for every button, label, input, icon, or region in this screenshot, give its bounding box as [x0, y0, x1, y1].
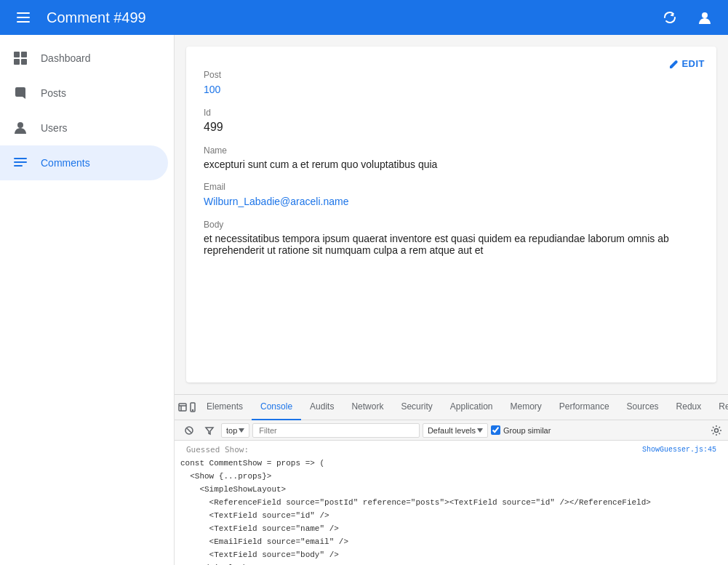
sidebar: Dashboard Posts Users: [0, 35, 175, 565]
svg-point-19: [715, 428, 719, 432]
tab-redux[interactable]: Redux: [668, 395, 711, 420]
field-name-value: excepturi sunt cum a et rerum quo volupt…: [204, 159, 699, 170]
tab-sources[interactable]: Sources: [618, 395, 668, 420]
devtools-mobile-icon[interactable]: [188, 397, 198, 417]
svg-point-3: [702, 12, 708, 18]
field-name-label: Name: [204, 145, 699, 156]
svg-rect-2: [17, 21, 30, 23]
dashboard-icon: [12, 49, 29, 67]
field-email: Email Wilburn_Labadie@araceli.name: [204, 182, 699, 208]
console-line: <Show {...props}>: [175, 470, 728, 483]
default-levels-selector[interactable]: Default levels: [423, 423, 488, 438]
field-body-value: et necessitatibus tempora ipsum quaerat …: [204, 233, 699, 256]
console-line: <TextField source="id" />: [175, 509, 728, 522]
svg-point-14: [193, 410, 193, 411]
svg-rect-11: [14, 165, 23, 167]
tab-elements[interactable]: Elements: [198, 395, 252, 420]
group-similar-checkbox[interactable]: [491, 425, 500, 435]
svg-rect-0: [17, 12, 30, 14]
console-line: </SimpleShowLayout>: [175, 561, 728, 565]
tab-security[interactable]: Security: [392, 395, 441, 420]
svg-rect-4: [14, 52, 20, 57]
field-body-label: Body: [204, 220, 699, 230]
console-line: Guessed Show: ShowGuesser.js:45: [175, 444, 728, 457]
tab-memory[interactable]: Memory: [502, 395, 551, 420]
console-filter-input[interactable]: [252, 423, 420, 438]
guessed-show-label: Guessed Show:: [180, 444, 249, 456]
context-selector[interactable]: top: [221, 423, 249, 438]
top-bar: Comment #499: [0, 0, 728, 35]
account-icon[interactable]: [693, 6, 716, 29]
console-output: Guessed Show: ShowGuesser.js:45 const Co…: [175, 441, 728, 565]
sidebar-item-users[interactable]: Users: [0, 111, 168, 145]
sidebar-item-users-label: Users: [41, 122, 68, 134]
comments-icon: [12, 154, 29, 172]
sidebar-item-dashboard-label: Dashboard: [41, 52, 91, 64]
comment-card: EDIT Post 100 Id 499 Name excepturi sunt…: [186, 47, 716, 382]
tab-application[interactable]: Application: [441, 395, 502, 420]
show-guesser-source[interactable]: ShowGuesser.js:45: [642, 444, 722, 456]
posts-icon: [12, 84, 29, 102]
svg-rect-10: [14, 161, 27, 163]
tab-react[interactable]: React: [710, 395, 728, 420]
svg-point-8: [17, 122, 23, 128]
field-post-label: Post: [204, 70, 699, 80]
field-email-value[interactable]: Wilburn_Labadie@araceli.name: [204, 196, 348, 207]
default-levels-label: Default levels: [428, 426, 476, 435]
sidebar-item-posts[interactable]: Posts: [0, 76, 168, 111]
page-title: Comment #499: [47, 9, 647, 26]
settings-gear-icon[interactable]: [711, 425, 722, 436]
edit-label: EDIT: [681, 58, 705, 69]
console-line: <ReferenceField source="postId" referenc…: [175, 496, 728, 509]
tab-performance[interactable]: Performance: [551, 395, 618, 420]
console-line: <TextField source="name" />: [175, 522, 728, 535]
field-body: Body et necessitatibus tempora ipsum qua…: [204, 220, 699, 256]
console-line: <EmailField source="email" />: [175, 535, 728, 548]
menu-icon[interactable]: [12, 6, 35, 29]
field-id: Id 499: [204, 108, 699, 134]
svg-rect-5: [21, 52, 27, 57]
main-layout: Dashboard Posts Users: [0, 35, 728, 565]
users-icon: [12, 119, 29, 137]
sidebar-item-comments-label: Comments: [41, 157, 90, 169]
field-id-label: Id: [204, 108, 699, 118]
field-id-value: 499: [204, 121, 699, 134]
field-email-label: Email: [204, 182, 699, 192]
content-area: EDIT Post 100 Id 499 Name excepturi sunt…: [175, 35, 728, 565]
field-name: Name excepturi sunt cum a et rerum quo v…: [204, 145, 699, 170]
svg-rect-9: [14, 158, 27, 159]
tab-console[interactable]: Console: [252, 395, 301, 420]
context-selector-value: top: [226, 426, 237, 435]
svg-rect-7: [21, 59, 27, 65]
field-post-value[interactable]: 100: [204, 84, 220, 95]
devtools-tabs: Elements Console Audits Network Security…: [175, 395, 728, 420]
devtools-toolbar: top Default levels Group similar: [175, 420, 728, 441]
sidebar-item-posts-label: Posts: [41, 87, 66, 99]
svg-line-18: [187, 428, 191, 433]
refresh-icon[interactable]: [658, 6, 681, 29]
console-line: const CommentShow = props => (: [175, 457, 728, 470]
clear-console-icon[interactable]: [180, 422, 198, 439]
svg-rect-1: [17, 17, 30, 18]
console-line: <SimpleShowLayout>: [175, 483, 728, 496]
filter-icon[interactable]: [201, 422, 218, 439]
console-line: <TextField source="body" />: [175, 548, 728, 561]
svg-rect-12: [179, 404, 186, 411]
svg-rect-6: [14, 59, 20, 65]
group-similar-label: Group similar: [503, 426, 551, 435]
devtools-inspect-icon[interactable]: [177, 397, 188, 417]
tab-audits[interactable]: Audits: [301, 395, 343, 420]
group-similar-checkbox-label[interactable]: Group similar: [491, 425, 551, 435]
field-post: Post 100: [204, 70, 699, 96]
sidebar-item-dashboard[interactable]: Dashboard: [0, 41, 168, 76]
edit-button[interactable]: EDIT: [668, 58, 705, 69]
devtools-panel: Elements Console Audits Network Security…: [175, 394, 728, 565]
sidebar-item-comments[interactable]: Comments: [0, 145, 168, 180]
tab-network[interactable]: Network: [343, 395, 392, 420]
